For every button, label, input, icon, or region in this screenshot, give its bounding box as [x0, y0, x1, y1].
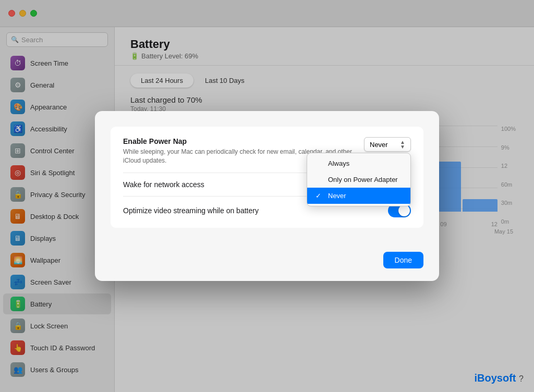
- modal-footer: Done: [95, 247, 439, 281]
- power-nap-title: Enable Power Nap: [123, 137, 354, 145]
- modal-section-main: Enable Power Nap While sleeping, your Ma…: [111, 127, 423, 228]
- dropdown-item-never[interactable]: ✓ Never: [307, 188, 410, 204]
- modal-content: Enable Power Nap While sleeping, your Ma…: [95, 111, 439, 247]
- dropdown-label-never: Never: [328, 192, 346, 200]
- dropdown-button[interactable]: Never ▲ ▼: [364, 137, 411, 152]
- dropdown-item-always[interactable]: Always: [307, 155, 410, 172]
- power-nap-row: Enable Power Nap While sleeping, your Ma…: [123, 137, 411, 165]
- optimize-video-label: Optimize video streaming while on batter…: [123, 206, 259, 215]
- power-nap-dropdown: Never ▲ ▼ Always: [364, 137, 411, 152]
- check-never: ✓: [315, 192, 324, 200]
- dropdown-arrows-icon: ▲ ▼: [400, 140, 405, 149]
- toggle-thumb: [398, 205, 410, 216]
- modal-overlay: Enable Power Nap While sleeping, your Ma…: [0, 0, 534, 392]
- dropdown-current-value: Never: [370, 141, 388, 149]
- dropdown-menu: Always Only on Power Adapter ✓ Never: [307, 153, 411, 206]
- modal-dialog: Enable Power Nap While sleeping, your Ma…: [95, 111, 439, 281]
- dropdown-label-power-adapter: Only on Power Adapter: [328, 176, 398, 183]
- dropdown-label-always: Always: [328, 160, 349, 167]
- dropdown-item-power-adapter[interactable]: Only on Power Adapter: [307, 172, 410, 188]
- wake-network-label: Wake for network access: [123, 180, 204, 189]
- done-button[interactable]: Done: [383, 252, 423, 268]
